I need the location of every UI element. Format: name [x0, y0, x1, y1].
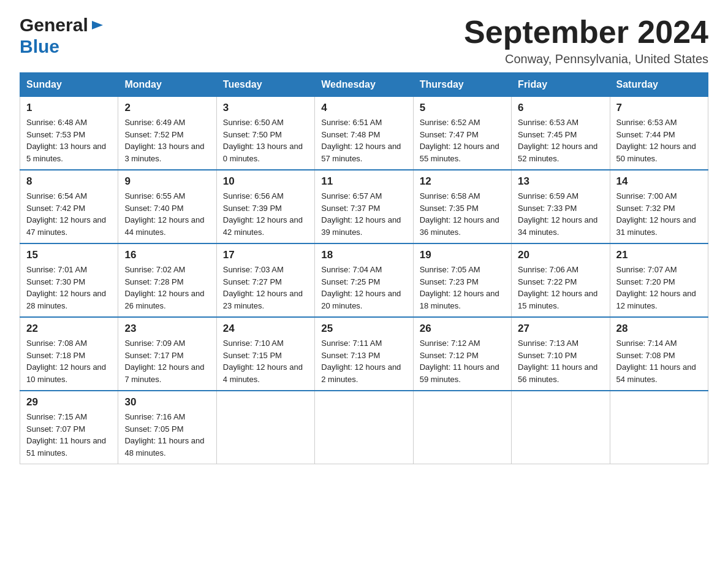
- header-saturday: Saturday: [610, 73, 708, 97]
- day-info: Sunrise: 6:53 AMSunset: 7:44 PMDaylight:…: [616, 118, 696, 163]
- day-info: Sunrise: 6:48 AMSunset: 7:53 PMDaylight:…: [26, 118, 106, 163]
- calendar-day-cell: 13 Sunrise: 6:59 AMSunset: 7:33 PMDaylig…: [512, 170, 610, 243]
- calendar-day-cell: 28 Sunrise: 7:14 AMSunset: 7:08 PMDaylig…: [610, 317, 708, 391]
- day-info: Sunrise: 7:06 AMSunset: 7:22 PMDaylight:…: [518, 265, 597, 310]
- svg-marker-0: [92, 21, 103, 29]
- calendar-week-row: 15 Sunrise: 7:01 AMSunset: 7:30 PMDaylig…: [20, 243, 708, 317]
- calendar-day-cell: 15 Sunrise: 7:01 AMSunset: 7:30 PMDaylig…: [20, 243, 118, 317]
- day-number: 26: [420, 323, 505, 335]
- day-info: Sunrise: 6:49 AMSunset: 7:52 PMDaylight:…: [124, 118, 204, 163]
- day-number: 28: [616, 323, 702, 335]
- day-info: Sunrise: 7:12 AMSunset: 7:12 PMDaylight:…: [420, 339, 499, 384]
- day-info: Sunrise: 7:13 AMSunset: 7:10 PMDaylight:…: [518, 339, 597, 384]
- day-number: 3: [223, 102, 308, 114]
- day-number: 15: [26, 249, 112, 261]
- day-info: Sunrise: 7:03 AMSunset: 7:27 PMDaylight:…: [223, 265, 303, 310]
- logo: General Blue: [20, 15, 104, 57]
- calendar-day-cell: 29 Sunrise: 7:15 AMSunset: 7:07 PMDaylig…: [20, 391, 118, 464]
- day-info: Sunrise: 7:09 AMSunset: 7:17 PMDaylight:…: [124, 339, 204, 384]
- calendar-day-cell: 19 Sunrise: 7:05 AMSunset: 7:23 PMDaylig…: [413, 243, 511, 317]
- page-header: General Blue September 2024 Conway, Penn…: [20, 15, 708, 66]
- calendar-day-cell: 4 Sunrise: 6:51 AMSunset: 7:48 PMDayligh…: [315, 97, 413, 170]
- day-info: Sunrise: 6:56 AMSunset: 7:39 PMDaylight:…: [223, 191, 303, 237]
- calendar-day-cell: 30 Sunrise: 7:16 AMSunset: 7:05 PMDaylig…: [118, 391, 216, 464]
- day-number: 10: [223, 175, 308, 188]
- day-number: 13: [518, 175, 603, 188]
- day-number: 25: [321, 323, 406, 335]
- header-friday: Friday: [512, 73, 610, 97]
- calendar-day-cell: [413, 391, 511, 464]
- day-number: 2: [124, 102, 210, 114]
- header-tuesday: Tuesday: [216, 73, 314, 97]
- day-number: 21: [616, 249, 702, 261]
- calendar-day-cell: 9 Sunrise: 6:55 AMSunset: 7:40 PMDayligh…: [118, 170, 216, 243]
- day-info: Sunrise: 7:01 AMSunset: 7:30 PMDaylight:…: [26, 265, 106, 310]
- calendar-week-row: 8 Sunrise: 6:54 AMSunset: 7:42 PMDayligh…: [20, 170, 708, 243]
- day-info: Sunrise: 6:54 AMSunset: 7:42 PMDaylight:…: [26, 191, 106, 237]
- day-info: Sunrise: 7:10 AMSunset: 7:15 PMDaylight:…: [223, 339, 303, 384]
- day-number: 22: [26, 323, 112, 335]
- day-number: 17: [223, 249, 308, 261]
- day-number: 23: [124, 323, 210, 335]
- day-number: 12: [420, 175, 505, 188]
- header-monday: Monday: [118, 73, 216, 97]
- title-block: September 2024 Conway, Pennsylvania, Uni…: [464, 15, 708, 66]
- day-number: 1: [26, 102, 112, 114]
- calendar-day-cell: [216, 391, 314, 464]
- calendar-day-cell: 27 Sunrise: 7:13 AMSunset: 7:10 PMDaylig…: [512, 317, 610, 391]
- month-year-title: September 2024: [464, 15, 708, 50]
- day-number: 24: [223, 323, 308, 335]
- header-thursday: Thursday: [413, 73, 511, 97]
- day-info: Sunrise: 6:50 AMSunset: 7:50 PMDaylight:…: [223, 118, 303, 163]
- calendar-day-cell: 26 Sunrise: 7:12 AMSunset: 7:12 PMDaylig…: [413, 317, 511, 391]
- day-info: Sunrise: 7:02 AMSunset: 7:28 PMDaylight:…: [124, 265, 204, 310]
- day-number: 11: [321, 175, 406, 188]
- calendar-day-cell: 17 Sunrise: 7:03 AMSunset: 7:27 PMDaylig…: [216, 243, 314, 317]
- logo-general-text: General: [20, 15, 88, 36]
- day-number: 20: [518, 249, 603, 261]
- calendar-day-cell: 12 Sunrise: 6:58 AMSunset: 7:35 PMDaylig…: [413, 170, 511, 243]
- logo-blue-text: Blue: [20, 36, 59, 56]
- day-info: Sunrise: 6:57 AMSunset: 7:37 PMDaylight:…: [321, 191, 401, 237]
- day-number: 14: [616, 175, 702, 188]
- calendar-day-cell: 21 Sunrise: 7:07 AMSunset: 7:20 PMDaylig…: [610, 243, 708, 317]
- calendar-day-cell: 8 Sunrise: 6:54 AMSunset: 7:42 PMDayligh…: [20, 170, 118, 243]
- calendar-day-cell: 6 Sunrise: 6:53 AMSunset: 7:45 PMDayligh…: [512, 97, 610, 170]
- day-info: Sunrise: 7:14 AMSunset: 7:08 PMDaylight:…: [616, 339, 696, 384]
- calendar-day-cell: 3 Sunrise: 6:50 AMSunset: 7:50 PMDayligh…: [216, 97, 314, 170]
- header-sunday: Sunday: [20, 73, 118, 97]
- calendar-week-row: 1 Sunrise: 6:48 AMSunset: 7:53 PMDayligh…: [20, 97, 708, 170]
- day-number: 16: [124, 249, 210, 261]
- calendar-day-cell: 23 Sunrise: 7:09 AMSunset: 7:17 PMDaylig…: [118, 317, 216, 391]
- weekday-header-row: Sunday Monday Tuesday Wednesday Thursday…: [20, 73, 708, 97]
- calendar-day-cell: 25 Sunrise: 7:11 AMSunset: 7:13 PMDaylig…: [315, 317, 413, 391]
- day-info: Sunrise: 6:53 AMSunset: 7:45 PMDaylight:…: [518, 118, 597, 163]
- calendar-week-row: 22 Sunrise: 7:08 AMSunset: 7:18 PMDaylig…: [20, 317, 708, 391]
- day-info: Sunrise: 6:51 AMSunset: 7:48 PMDaylight:…: [321, 118, 401, 163]
- calendar-day-cell: [512, 391, 610, 464]
- day-number: 6: [518, 102, 603, 114]
- day-number: 5: [420, 102, 505, 114]
- day-info: Sunrise: 7:04 AMSunset: 7:25 PMDaylight:…: [321, 265, 401, 310]
- calendar-day-cell: 20 Sunrise: 7:06 AMSunset: 7:22 PMDaylig…: [512, 243, 610, 317]
- calendar-day-cell: 1 Sunrise: 6:48 AMSunset: 7:53 PMDayligh…: [20, 97, 118, 170]
- day-number: 27: [518, 323, 603, 335]
- day-info: Sunrise: 7:16 AMSunset: 7:05 PMDaylight:…: [124, 412, 204, 458]
- day-number: 19: [420, 249, 505, 261]
- day-info: Sunrise: 7:05 AMSunset: 7:23 PMDaylight:…: [420, 265, 499, 310]
- day-number: 7: [616, 102, 702, 114]
- calendar-table: Sunday Monday Tuesday Wednesday Thursday…: [20, 72, 708, 464]
- calendar-day-cell: 10 Sunrise: 6:56 AMSunset: 7:39 PMDaylig…: [216, 170, 314, 243]
- calendar-day-cell: 7 Sunrise: 6:53 AMSunset: 7:44 PMDayligh…: [610, 97, 708, 170]
- calendar-day-cell: 18 Sunrise: 7:04 AMSunset: 7:25 PMDaylig…: [315, 243, 413, 317]
- day-number: 29: [26, 396, 112, 408]
- day-number: 8: [26, 175, 112, 188]
- calendar-day-cell: 5 Sunrise: 6:52 AMSunset: 7:47 PMDayligh…: [413, 97, 511, 170]
- calendar-day-cell: 24 Sunrise: 7:10 AMSunset: 7:15 PMDaylig…: [216, 317, 314, 391]
- day-info: Sunrise: 6:58 AMSunset: 7:35 PMDaylight:…: [420, 191, 499, 237]
- day-info: Sunrise: 7:11 AMSunset: 7:13 PMDaylight:…: [321, 339, 401, 384]
- calendar-day-cell: 14 Sunrise: 7:00 AMSunset: 7:32 PMDaylig…: [610, 170, 708, 243]
- calendar-day-cell: 2 Sunrise: 6:49 AMSunset: 7:52 PMDayligh…: [118, 97, 216, 170]
- header-wednesday: Wednesday: [315, 73, 413, 97]
- day-info: Sunrise: 6:59 AMSunset: 7:33 PMDaylight:…: [518, 191, 597, 237]
